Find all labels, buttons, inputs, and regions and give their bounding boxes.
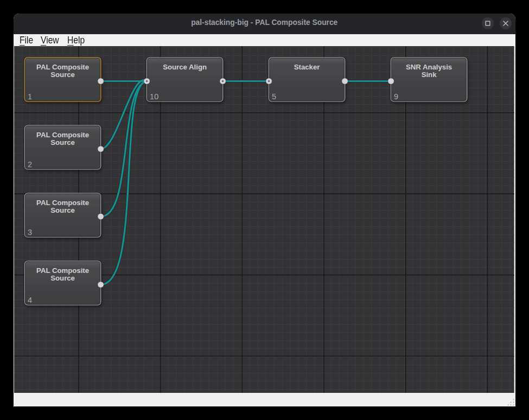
svg-text:Source: Source [51, 206, 75, 214]
svg-text:SNR Analysis: SNR Analysis [406, 63, 452, 71]
svg-text:PAL Composite: PAL Composite [37, 199, 90, 207]
svg-text:4: 4 [28, 296, 32, 304]
svg-text:2: 2 [28, 160, 32, 169]
svg-text:5: 5 [272, 92, 276, 101]
svg-text:Source: Source [51, 71, 75, 79]
svg-text:3: 3 [28, 228, 32, 237]
svg-text:Stacker: Stacker [294, 63, 320, 71]
svg-text:9: 9 [394, 92, 398, 101]
svg-text:Sink: Sink [422, 71, 437, 79]
svg-text:Source Align: Source Align [163, 63, 207, 71]
svg-text:Source: Source [51, 274, 75, 282]
svg-text:PAL Composite: PAL Composite [37, 63, 90, 71]
svg-text:PAL Composite: PAL Composite [37, 266, 90, 275]
svg-text:Source: Source [51, 138, 75, 147]
svg-text:10: 10 [150, 92, 158, 101]
svg-text:PAL Composite: PAL Composite [37, 131, 90, 139]
svg-text:1: 1 [28, 92, 32, 101]
